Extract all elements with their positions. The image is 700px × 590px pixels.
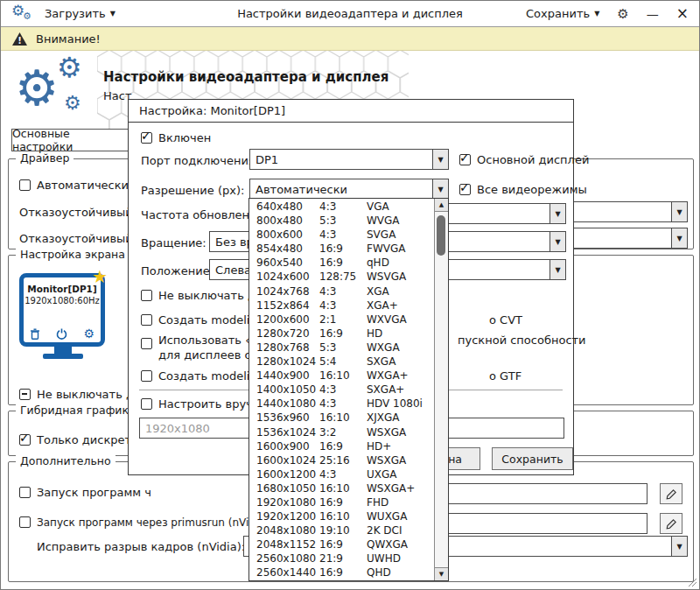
trash-icon[interactable]: [30, 328, 40, 340]
monitor-stand: [54, 347, 72, 354]
primary-star-icon: ★: [92, 268, 108, 285]
rotation-label: Вращение:: [141, 236, 206, 250]
modeline-gtf-label-right: о GTF: [489, 369, 522, 383]
scrollbar-thumb[interactable]: [437, 215, 445, 256]
power-icon[interactable]: [56, 328, 67, 340]
resolution-option[interactable]: 800x6004:3SVGA: [249, 228, 434, 242]
save-menu-button[interactable]: Сохранить ▼: [526, 7, 599, 20]
gear-icon: ⚙: [64, 94, 81, 113]
resolution-option[interactable]: 640x4804:3VGA: [249, 200, 434, 214]
resolution-option[interactable]: 2560x108021:9UWHD: [249, 551, 434, 565]
resolution-option[interactable]: 2048x115216:9QWXGA: [249, 537, 434, 551]
resolution-option[interactable]: 1600x12004:3UXGA: [249, 467, 434, 481]
monitor-base: [43, 354, 83, 359]
edit-button-1[interactable]: [660, 483, 682, 504]
application-window: ⚙ ⚙ Загрузить ▼ Настройки видеоадаптера …: [0, 0, 700, 590]
minimize-button[interactable]: —: [647, 7, 659, 21]
gear-icon: ⚙: [23, 11, 32, 21]
edit-button-2[interactable]: [660, 513, 682, 534]
warning-bar: ! Внимание!: [1, 27, 699, 51]
popup-scrollbar[interactable]: ▲ ▼: [434, 199, 448, 580]
resolution-option[interactable]: 1440x10804:3HDV 1080i: [249, 397, 434, 411]
manual-mode-checkbox[interactable]: [141, 398, 152, 410]
resolution-option[interactable]: 1400x10504:3SXGA+: [249, 383, 434, 397]
resolution-option[interactable]: 2560x144016:9QHD: [249, 565, 434, 579]
resolution-option[interactable]: 1536x96016:10XJXGA: [249, 411, 434, 425]
load-menu-label: Загрузить: [45, 7, 106, 20]
resolution-option[interactable]: 1280x10245:4SXGA: [249, 355, 434, 369]
svg-text:!: !: [18, 35, 22, 45]
title-bar: ⚙ ⚙ Загрузить ▼ Настройки видеоадаптера …: [1, 1, 699, 27]
dialog-title: Настройка: Monitor[DP1]: [139, 104, 285, 117]
port-label: Порт подключения:: [141, 154, 259, 168]
monitor-settings-gear-icon[interactable]: ⚙: [83, 327, 94, 340]
resolution-option[interactable]: 1600x102425:16WSXGA: [249, 453, 434, 467]
warning-text: Внимание!: [36, 32, 101, 46]
resolution-option[interactable]: 1440x90016:10WXGA+: [249, 369, 434, 383]
all-modes-checkbox[interactable]: [459, 184, 471, 195]
resolution-option[interactable]: 854x48016:9FWVGA: [249, 242, 434, 256]
tab-main-settings[interactable]: Основные настройки: [11, 129, 130, 151]
dialog-title-bar[interactable]: Настройка: Monitor[DP1]: [129, 100, 573, 123]
scroll-up-arrow-icon[interactable]: ▲: [435, 199, 448, 212]
resolution-option[interactable]: 1152x8644:3XGA+: [249, 299, 434, 313]
keep-display-on-label: Не выключать ди: [37, 388, 141, 402]
warning-triangle-icon: !: [11, 32, 28, 46]
run-programs-label-1: Запуск программ ч: [37, 486, 151, 500]
chevron-down-icon: ▼: [550, 204, 565, 223]
settings-gear-button[interactable]: ⚙: [617, 6, 628, 22]
auto-driver-checkbox[interactable]: [19, 179, 31, 191]
modeline-cvt-label-right: о CVT: [489, 313, 522, 327]
gear-icon: ⚙: [15, 64, 59, 113]
resolution-option[interactable]: 1920x108016:9FHD: [249, 495, 434, 509]
resolution-option[interactable]: 2048x108019:102K DCI: [249, 523, 434, 537]
dialog-keep-on-checkbox[interactable]: [141, 290, 152, 301]
resolution-option[interactable]: 960x54016:9qHD: [249, 256, 434, 270]
resolution-option[interactable]: 800x4805:3WVGA: [249, 214, 434, 228]
resolution-select-value: Автоматически: [250, 179, 432, 199]
modeline-gtf-checkbox[interactable]: [141, 370, 152, 382]
run-programs-checkbox-1[interactable]: [19, 487, 31, 498]
page-title: Настройки видеоадаптера и дисплея: [103, 69, 388, 85]
close-button[interactable]: ×: [676, 6, 689, 21]
resolution-option[interactable]: 1920x120016:10WUXGA: [249, 509, 434, 523]
chevron-down-icon: ▼: [110, 10, 116, 18]
discrete-only-checkbox[interactable]: [19, 434, 31, 446]
resolution-option[interactable]: 1536x10243:2WSXGA: [249, 425, 434, 439]
save-button[interactable]: Сохранить: [492, 447, 573, 470]
screen-group-legend: Настройка экрана: [16, 248, 130, 261]
monitor-mode: 1920x1080:60Hz: [24, 296, 101, 306]
monitor-widget[interactable]: Monitor[DP1] 1920x1080:60Hz ⚙ ★: [19, 273, 107, 359]
primary-display-checkbox[interactable]: [459, 154, 471, 165]
modeline-cvt-checkbox[interactable]: [141, 314, 152, 326]
hybrid-group-legend: Гибридная графика: [16, 404, 140, 417]
resolution-label: Разрешение (px):: [141, 184, 244, 198]
resolution-option[interactable]: 1024x600128:75WSVGA: [249, 270, 434, 284]
chevron-down-icon: ▼: [671, 202, 687, 221]
scroll-down-arrow-icon[interactable]: ▼: [435, 567, 448, 580]
resolution-option[interactable]: 1600x90016:9HD+: [249, 439, 434, 453]
enabled-label: Включен: [158, 131, 211, 145]
resolution-option[interactable]: 1200x6002:1WXVGA: [249, 313, 434, 327]
resolution-option[interactable]: 1280x72016:9HD: [249, 327, 434, 341]
resolution-list: 640x4804:3VGA800x4805:3WVGA800x6004:3SVG…: [249, 199, 434, 580]
use-cvt-rb-checkbox[interactable]: [141, 338, 152, 349]
primary-display-label: Основной дисплей: [477, 153, 589, 167]
chevron-down-icon: ▼: [550, 260, 565, 279]
manual-mode-input-value: 1920x1080: [145, 422, 210, 435]
position-label: Положение:: [141, 264, 214, 278]
resize-grip[interactable]: [687, 577, 697, 587]
run-programs-checkbox-2[interactable]: [19, 516, 31, 528]
monitor-name: Monitor[DP1]: [24, 284, 101, 294]
port-select-value: DP1: [250, 150, 432, 169]
resolution-option[interactable]: 1280x7685:3WXGA: [249, 341, 434, 355]
resolution-option[interactable]: 1680x105016:10WSXGA+: [249, 481, 434, 495]
resolution-option[interactable]: 1024x7684:3XGA: [249, 284, 434, 299]
resolution-select[interactable]: Автоматически ▼: [249, 179, 449, 200]
load-menu-button[interactable]: Загрузить ▼: [45, 7, 116, 20]
port-select[interactable]: DP1 ▼: [249, 149, 449, 170]
chevron-down-icon: ▼: [432, 179, 448, 199]
chevron-down-icon: ▼: [432, 150, 448, 169]
enabled-checkbox[interactable]: [141, 132, 152, 144]
keep-display-on-checkbox[interactable]: [19, 389, 31, 400]
